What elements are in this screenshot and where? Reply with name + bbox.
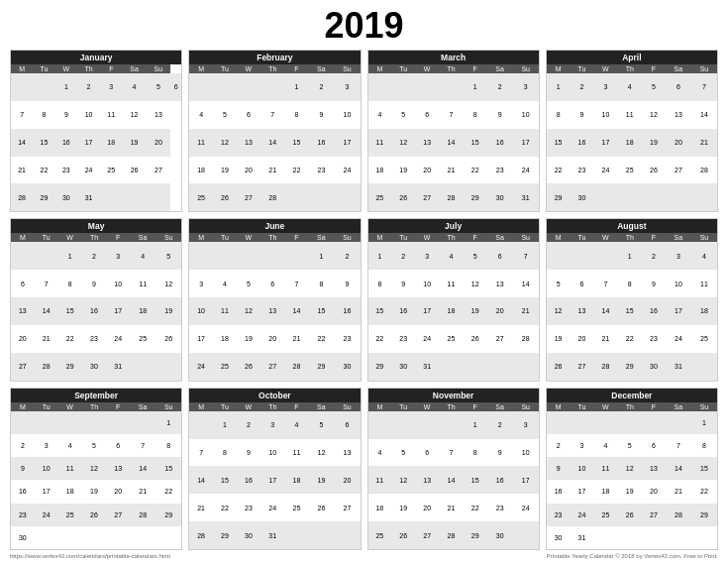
calendar-day: 17 (415, 297, 439, 325)
calendar-day: 8 (617, 270, 642, 297)
calendar-day (260, 73, 285, 101)
calendar-day: 13 (147, 101, 170, 129)
calendar-day: 10 (106, 270, 130, 297)
calendar-day: 22 (308, 325, 334, 353)
day-header: Sa (487, 64, 513, 73)
calendar-day: 24 (513, 157, 539, 184)
calendar-day (594, 242, 618, 270)
calendar-day: 19 (464, 297, 487, 325)
month-calendar-january: JanuaryMTuWThFSaSu1234567891011121314151… (10, 50, 182, 212)
calendar-day: 21 (513, 297, 539, 325)
day-header: M (547, 402, 571, 411)
month-table: MTuWThFSaSu12345678910111213141516171819… (11, 64, 181, 211)
calendar-day: 10 (570, 457, 593, 480)
calendar-day: 28 (513, 325, 539, 353)
day-header: Tu (391, 64, 415, 73)
day-header: Tu (391, 233, 415, 242)
calendar-day: 20 (415, 494, 439, 521)
calendar-day: 24 (106, 325, 130, 353)
calendar-day: 14 (691, 101, 717, 129)
day-header: M (368, 402, 392, 411)
calendar-day: 26 (391, 521, 415, 549)
calendar-day: 7 (130, 434, 156, 457)
calendar-day: 24 (513, 494, 539, 521)
month-table: MTuWThFSaSu12345678910111213141516171819… (547, 64, 717, 211)
day-header: F (642, 64, 666, 73)
day-header: Th (617, 402, 642, 411)
calendar-day: 12 (122, 101, 146, 129)
calendar-day: 11 (691, 270, 717, 297)
calendar-day: 25 (100, 157, 122, 184)
calendar-day: 21 (189, 494, 213, 521)
calendar-day: 8 (368, 270, 392, 297)
calendar-day: 19 (237, 325, 260, 353)
calendar-day (33, 73, 55, 101)
day-header: Tu (35, 233, 58, 242)
calendar-day: 19 (642, 129, 666, 157)
footer: https://www.vertex42.com/calendars/print… (10, 553, 718, 559)
calendar-day: 23 (642, 325, 666, 353)
calendar-day (11, 242, 35, 270)
calendar-day: 23 (547, 504, 571, 526)
calendar-day: 8 (285, 101, 309, 129)
calendar-day (570, 242, 593, 270)
calendar-day: 25 (368, 521, 392, 549)
calendar-day: 1 (368, 242, 392, 270)
calendar-day: 6 (487, 242, 513, 270)
calendar-day: 15 (691, 457, 717, 480)
calendar-day: 7 (666, 434, 691, 457)
day-header: Th (617, 64, 642, 73)
calendar-day: 14 (260, 129, 285, 157)
calendar-day: 26 (122, 157, 146, 184)
calendar-day: 18 (368, 157, 392, 184)
calendar-day: 3 (513, 411, 539, 439)
calendar-day: 9 (334, 270, 360, 297)
calendar-day: 17 (77, 129, 100, 157)
month-header: April (547, 51, 717, 64)
day-header: Tu (33, 64, 55, 73)
calendar-day (82, 526, 107, 549)
calendar-day: 2 (77, 73, 100, 101)
calendar-day: 30 (334, 353, 360, 381)
day-header: M (547, 233, 571, 242)
calendar-day: 2 (487, 73, 513, 101)
calendar-day: 19 (391, 157, 415, 184)
calendar-day: 11 (368, 129, 392, 157)
calendar-day: 27 (415, 521, 439, 549)
calendar-day: 5 (391, 101, 415, 129)
calendar-day: 5 (82, 434, 107, 457)
calendar-day (691, 526, 717, 549)
calendar-day (439, 353, 464, 381)
calendar-day: 10 (666, 270, 691, 297)
calendar-day: 5 (617, 434, 642, 457)
calendar-day: 5 (147, 73, 170, 101)
calendar-day: 4 (594, 434, 618, 457)
calendar-day: 28 (130, 504, 156, 526)
day-header: Su (334, 233, 360, 242)
calendar-day: 13 (106, 457, 130, 480)
day-header: Th (82, 233, 107, 242)
calendar-day (285, 183, 309, 211)
calendar-day: 22 (285, 157, 309, 184)
calendar-day: 27 (260, 353, 285, 381)
calendar-day: 22 (156, 480, 181, 503)
calendar-day: 21 (594, 325, 618, 353)
calendar-day (237, 73, 260, 101)
day-header: Sa (666, 402, 691, 411)
calendar-day: 14 (439, 466, 464, 494)
calendar-day: 11 (594, 457, 618, 480)
calendar-day: 6 (260, 270, 285, 297)
calendar-day: 8 (464, 439, 487, 467)
calendar-day: 16 (487, 466, 513, 494)
calendar-day (35, 526, 58, 549)
calendar-day: 6 (237, 101, 260, 129)
calendar-day: 11 (58, 457, 82, 480)
calendar-day: 25 (213, 353, 237, 381)
calendar-day: 19 (82, 480, 107, 503)
calendar-day: 9 (487, 101, 513, 129)
calendar-day: 1 (213, 411, 237, 439)
calendar-day: 20 (642, 480, 666, 503)
calendar-day: 18 (100, 129, 122, 157)
calendar-day: 28 (189, 521, 213, 549)
calendar-day (308, 183, 334, 211)
